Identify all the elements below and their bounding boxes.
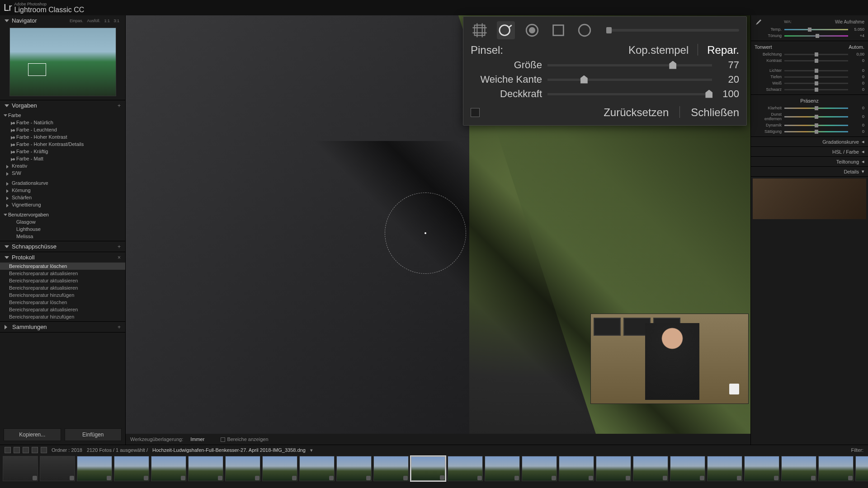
filmstrip-thumb[interactable] [336,456,372,481]
preset-item[interactable]: Farbe - Hoher Kontrast/Details [0,141,125,148]
filmstrip-thumb[interactable] [225,456,260,481]
filmstrip-thumb[interactable] [151,456,186,481]
develop-slider[interactable] [784,70,848,71]
show-areas-checkbox[interactable]: Bereiche anzeigen [221,436,268,442]
filmstrip-thumb[interactable] [633,456,668,481]
filmstrip-thumb[interactable] [670,456,705,481]
reset-button[interactable]: Zurücksetzen [604,106,669,119]
tint-slider[interactable] [784,35,848,37]
history-item[interactable]: Bereichsreparatur aktualisieren [0,306,125,313]
filmstrip-thumb[interactable] [262,456,297,481]
history-item[interactable]: Bereichsreparatur aktualisieren [0,284,125,291]
user-presets-header[interactable]: Benutzervorgaben [0,211,125,218]
preset-group-kreativ[interactable]: Kreativ [0,162,125,169]
spot-removal-tool-icon[interactable] [497,21,515,39]
gradient-tool-icon[interactable] [549,21,567,39]
view-mode-icon[interactable] [14,447,20,453]
radial-tool-icon[interactable] [576,21,594,39]
filmstrip-thumb[interactable] [410,456,446,481]
history-header[interactable]: Protokoll × [0,252,125,263]
collapsed-panel-header[interactable]: Teiltonung◂ [751,157,868,167]
nav-back-icon[interactable] [32,447,38,453]
develop-slider[interactable] [784,76,848,78]
filmstrip-thumb[interactable] [77,456,112,481]
develop-slider[interactable] [784,60,848,61]
develop-slider[interactable] [784,108,848,109]
preset-item[interactable]: Farbe - Leuchtend [0,126,125,133]
temp-slider[interactable] [784,29,848,30]
history-item[interactable]: Importieren (13.11.18 13:15:50) [0,320,125,321]
filmstrip-thumb[interactable] [373,456,409,481]
filmstrip-thumb[interactable] [299,456,335,481]
grid-icon[interactable] [23,447,29,453]
redeye-tool-icon[interactable] [523,21,541,39]
develop-slider[interactable] [784,54,848,55]
history-item[interactable]: Bereichsreparatur aktualisieren [0,277,125,284]
collapsed-panel-header[interactable]: HSL / Farbe◂ [751,147,868,157]
navigator-header[interactable]: Navigator Einpas. Ausfüll. 1:1 3:1 [0,15,125,26]
tool-opacity-slider[interactable] [606,29,739,32]
preset-item[interactable]: Farbe - Matt [0,155,125,162]
filmstrip-thumb[interactable] [114,456,149,481]
preset-group-farbe[interactable]: Farbe [0,112,125,119]
filmstrip-thumb[interactable] [596,456,631,481]
navigator-viewport-rect[interactable] [28,63,46,76]
filmstrip-thumb[interactable] [3,456,38,481]
preset-group-sw[interactable]: S/W [0,169,125,177]
develop-slider[interactable] [784,131,848,132]
filmstrip-thumb[interactable] [744,456,779,481]
preset-section[interactable]: Gradationskurve [0,179,125,187]
preset-item[interactable]: Farbe - Hoher Kontrast [0,133,125,141]
filmstrip-thumb[interactable] [40,456,75,481]
preset-section[interactable]: Schärfen [0,194,125,201]
snapshots-header[interactable]: Schnappschüsse + [0,241,125,252]
auto-tone-button[interactable]: Autom. [849,44,864,50]
filmstrip-thumb[interactable] [707,456,742,481]
history-item[interactable]: Bereichsreparatur löschen [0,263,125,270]
history-item[interactable]: Bereichsreparatur aktualisieren [0,270,125,277]
visualize-spots-checkbox[interactable] [471,108,480,117]
preset-item[interactable]: Lighthouse [0,225,125,233]
develop-slider[interactable] [784,116,848,117]
add-snapshot-icon[interactable]: + [118,244,121,250]
clone-mode-button[interactable]: Kop.stempel [628,44,689,56]
preset-item[interactable]: Farbe - Kräftig [0,148,125,155]
preset-section[interactable]: Körnung [0,187,125,194]
paste-button[interactable]: Einfügen [65,428,122,441]
preset-item[interactable]: Melissa [0,233,125,240]
filter-label[interactable]: Filter: [851,447,864,453]
collapsed-panel-header[interactable]: Gradationskurve◂ [751,137,868,147]
eyedropper-icon[interactable] [755,18,762,25]
copy-button[interactable]: Kopieren... [4,428,61,441]
overlay-value[interactable]: Immer [190,436,204,442]
crop-tool-icon[interactable] [471,21,489,39]
navigator-zoom-options[interactable]: Einpas. Ausfüll. 1:1 3:1 [68,19,121,23]
presets-header[interactable]: Vorgaben + [0,100,125,111]
develop-slider[interactable] [784,83,848,84]
history-item[interactable]: Bereichsreparatur hinzufügen [0,313,125,320]
filmstrip-thumb[interactable] [448,456,483,481]
heal-mode-button[interactable]: Repar. [707,44,739,56]
brush-slider[interactable] [547,64,712,66]
preset-section[interactable]: Vignettierung [0,201,125,208]
filmstrip-thumb[interactable] [781,456,816,481]
filmstrip-thumb[interactable] [522,456,557,481]
navigator-preview[interactable] [9,28,116,96]
preset-item[interactable]: Farbe - Natürlich [0,119,125,126]
details-panel-header[interactable]: Details▾ [751,167,868,177]
filmstrip-thumb[interactable] [855,456,868,481]
close-button[interactable]: Schließen [691,106,739,119]
filmstrip-thumb[interactable] [188,456,223,481]
history-item[interactable]: Bereichsreparatur löschen [0,299,125,306]
brush-slider[interactable] [547,79,712,81]
wb-value[interactable]: Wie Aufnahme [835,19,864,24]
history-item[interactable]: Bereichsreparatur hinzufügen [0,291,125,299]
preset-item[interactable]: Glasgow [0,218,125,225]
nav-fwd-icon[interactable] [41,447,47,453]
filmstrip-thumb[interactable] [485,456,520,481]
clear-history-icon[interactable]: × [118,254,121,261]
develop-slider[interactable] [784,125,848,126]
develop-slider[interactable] [784,89,848,90]
collections-header[interactable]: Sammlungen + [0,322,125,332]
filmstrip-thumb[interactable] [818,456,854,481]
